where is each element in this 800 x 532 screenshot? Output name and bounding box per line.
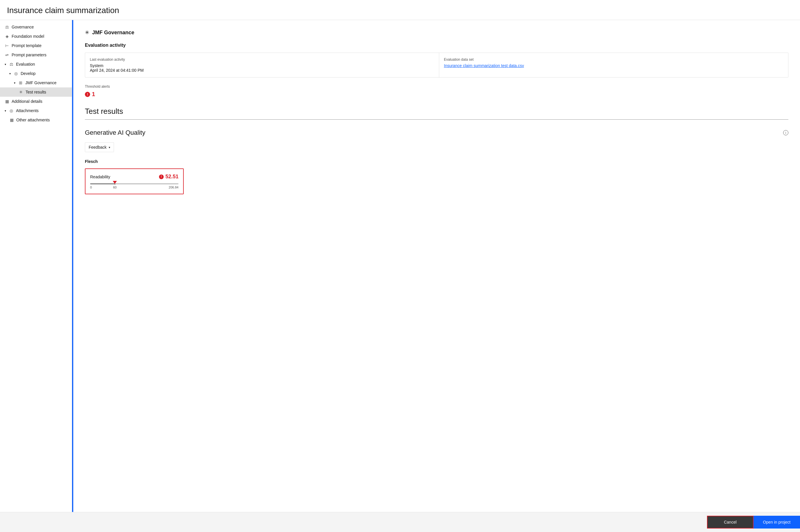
sidebar-item-label: Governance bbox=[12, 25, 34, 29]
jmf-governance-caret: ▾ bbox=[14, 81, 15, 84]
eval-cell-dataset: Evaluation data set Insurance claim summ… bbox=[439, 53, 788, 77]
bottom-buttons: Cancel Open in project bbox=[707, 516, 800, 529]
other-attachments-icon: ▦ bbox=[9, 118, 14, 122]
eval-dataset-label: Evaluation data set bbox=[444, 57, 783, 61]
slider-threshold-label: 60 bbox=[113, 186, 116, 189]
slider-track bbox=[90, 183, 179, 184]
governance-icon: ⚖ bbox=[5, 25, 9, 29]
foundation-model-icon: ◈ bbox=[5, 34, 9, 39]
sidebar-item-develop[interactable]: ▾ ◎ Develop bbox=[0, 69, 72, 78]
alert-count: 1 bbox=[92, 91, 95, 98]
sidebar-item-label: Other attachments bbox=[16, 118, 50, 122]
evaluation-caret: ▾ bbox=[5, 63, 6, 66]
sidebar-item-attachments[interactable]: ▾ ◎ Attachments bbox=[0, 106, 72, 115]
threshold-section: Threshold alerts ! 1 bbox=[85, 84, 788, 98]
section-header: ✳ JMF Governance bbox=[85, 29, 788, 36]
eval-activity-title: Evaluation activity bbox=[85, 43, 788, 48]
sidebar-item-test-results[interactable]: ✳ Test results bbox=[0, 88, 72, 97]
gen-ai-title: Generative AI Quality bbox=[85, 129, 145, 136]
flesch-title: Flesch bbox=[85, 159, 788, 164]
additional-details-icon: ▦ bbox=[5, 99, 9, 104]
sidebar-item-jmf-governance[interactable]: ▾ ⊞ JMF Governance bbox=[0, 78, 72, 88]
evaluation-icon: ⚖ bbox=[9, 62, 14, 66]
sidebar-item-governance[interactable]: ⚖ Governance bbox=[0, 22, 72, 32]
readability-slider: 0 60 206.84 bbox=[90, 183, 179, 189]
sidebar-item-foundation-model[interactable]: ◈ Foundation model bbox=[0, 32, 72, 41]
section-header-icon: ✳ bbox=[85, 29, 89, 36]
sidebar: ⚖ Governance ◈ Foundation model ⊢ Prompt… bbox=[0, 20, 72, 512]
prompt-template-icon: ⊢ bbox=[5, 43, 9, 48]
readability-alert-icon: ! bbox=[159, 174, 164, 179]
last-eval-who: System bbox=[90, 63, 430, 68]
threshold-alert: ! 1 bbox=[85, 91, 788, 98]
attachments-icon: ◎ bbox=[9, 108, 14, 113]
bottom-bar: Cancel Open in project bbox=[0, 512, 800, 532]
attachments-caret: ▾ bbox=[5, 109, 6, 112]
threshold-label: Threshold alerts bbox=[85, 84, 788, 89]
sidebar-item-label: JMF Governance bbox=[25, 80, 56, 85]
feedback-dropdown[interactable]: Feedback ▾ bbox=[85, 142, 114, 152]
sidebar-item-label: Attachments bbox=[16, 108, 39, 113]
sidebar-item-label: Prompt parameters bbox=[12, 53, 47, 57]
sidebar-item-label: Prompt template bbox=[12, 43, 41, 48]
sidebar-item-prompt-parameters[interactable]: ⇌ Prompt parameters bbox=[0, 50, 72, 59]
open-in-project-button[interactable]: Open in project bbox=[753, 516, 800, 529]
test-results-heading: Test results bbox=[85, 107, 788, 116]
eval-grid: Last evaluation activity System April 24… bbox=[85, 53, 788, 78]
slider-marker bbox=[113, 181, 117, 184]
readability-score: 52.51 bbox=[165, 174, 179, 180]
alert-icon: ! bbox=[85, 92, 90, 97]
readability-card: Readability ! 52.51 0 60 206.84 bbox=[85, 168, 184, 194]
section-header-title: JMF Governance bbox=[92, 30, 134, 36]
sidebar-item-additional-details[interactable]: ▦ Additional details bbox=[0, 97, 72, 106]
feedback-label: Feedback bbox=[89, 145, 106, 150]
feedback-dropdown-container: Feedback ▾ bbox=[85, 142, 788, 152]
develop-caret: ▾ bbox=[9, 72, 11, 75]
develop-icon: ◎ bbox=[14, 71, 18, 76]
sidebar-item-label: Additional details bbox=[12, 99, 42, 104]
cancel-button[interactable]: Cancel bbox=[707, 516, 753, 529]
test-results-icon: ✳ bbox=[19, 90, 23, 94]
readability-label: Readability bbox=[90, 174, 110, 179]
sidebar-item-label: Test results bbox=[25, 90, 46, 94]
test-results-divider bbox=[85, 119, 788, 120]
sidebar-item-evaluation[interactable]: ▾ ⚖ Evaluation bbox=[0, 59, 72, 69]
sidebar-item-label: Foundation model bbox=[12, 34, 44, 39]
sidebar-item-other-attachments[interactable]: ▦ Other attachments bbox=[0, 115, 72, 125]
evaluation-activity: Evaluation activity Last evaluation acti… bbox=[85, 43, 788, 78]
slider-max-label: 206.84 bbox=[169, 186, 179, 189]
sidebar-item-label: Develop bbox=[21, 71, 35, 76]
readability-value: ! 52.51 bbox=[159, 174, 179, 180]
slider-min-label: 0 bbox=[90, 186, 92, 189]
dropdown-caret-icon: ▾ bbox=[109, 146, 110, 149]
jmf-governance-icon: ⊞ bbox=[18, 80, 23, 85]
last-eval-label: Last evaluation activity bbox=[90, 57, 430, 61]
info-icon[interactable]: i bbox=[783, 130, 788, 135]
sidebar-item-prompt-template[interactable]: ⊢ Prompt template bbox=[0, 41, 72, 50]
last-eval-date: April 24, 2024 at 04:41:00 PM bbox=[90, 68, 430, 73]
eval-dataset-link[interactable]: Insurance claim summarization test data.… bbox=[444, 63, 524, 68]
gen-ai-header: Generative AI Quality i bbox=[85, 129, 788, 136]
eval-cell-last: Last evaluation activity System April 24… bbox=[85, 53, 434, 77]
main-content: ✳ JMF Governance Evaluation activity Las… bbox=[73, 20, 800, 512]
page-title: Insurance claim summarization bbox=[0, 0, 800, 20]
prompt-parameters-icon: ⇌ bbox=[5, 53, 9, 57]
sidebar-item-label: Evaluation bbox=[16, 62, 35, 66]
readability-header: Readability ! 52.51 bbox=[90, 174, 179, 180]
